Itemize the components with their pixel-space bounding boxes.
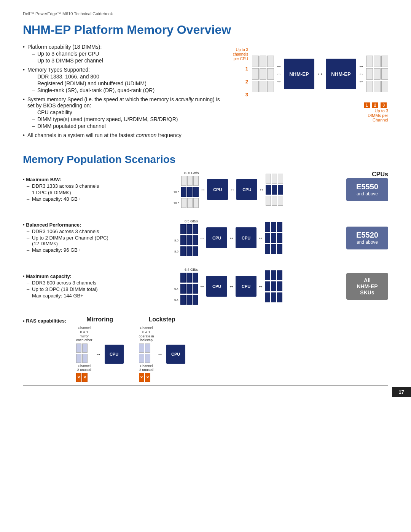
dimm-row-r1-3 <box>266 196 283 206</box>
speed-bot: 10.6 <box>174 201 180 205</box>
mirror-row-3: ✕ ✕ <box>76 373 92 382</box>
dimm-filled <box>193 224 198 234</box>
arrow-icon: ↔ <box>358 78 364 85</box>
dimm-slot <box>374 56 381 67</box>
left-group-1: 10.6 GB/s 10.6 10 <box>174 171 199 208</box>
dimm-row-3 <box>252 81 274 92</box>
rs-f <box>76 354 81 363</box>
dimm-row-s2-3: 8.5 <box>174 246 198 256</box>
arrow-icon: ↔ <box>276 71 282 77</box>
sub-cap-1: DDR3 800 across 3 channels <box>27 280 110 286</box>
scenario-max-cap: • Maximum capacity: DDR3 800 across 3 ch… <box>23 268 388 305</box>
dimm-slot <box>381 68 388 80</box>
rs-f <box>82 354 88 363</box>
dimm-row-r3-3 <box>265 292 282 302</box>
bullet-memory-types: Memory Types Supported: DDR 1333, 1066, … <box>23 67 221 93</box>
dimm-filled <box>271 281 276 291</box>
sub-bw-3: Max capacity: 48 GB+ <box>27 196 110 202</box>
bullet-platform-text: Platform capability (18 DIMMs): <box>27 44 102 50</box>
dimm-filled <box>265 292 270 302</box>
dimm-row-s1-2: 10.6 <box>174 187 199 197</box>
ch-1: 1 <box>245 63 248 74</box>
cpu-sub-1: and above <box>357 191 378 197</box>
dimm-filled <box>180 246 186 256</box>
dimm-filled <box>186 273 192 283</box>
sub-cap-3: Max capacity: 144 GB+ <box>27 293 110 299</box>
lockstep-ch2-label: Channel2 unused <box>139 364 154 372</box>
bullet-common-freq: All channels in a system will run at the… <box>23 132 221 138</box>
arrow-mid-2: ↔ <box>229 235 234 241</box>
dimm-num-row: 1 2 3 <box>233 102 388 108</box>
sub-bal-2: Up to 2 DIMMs per Channel (DPC) (12 DIMM… <box>27 235 110 246</box>
lockstep-row-1 <box>139 343 154 353</box>
cpu-small-left-2: CPU <box>206 227 227 248</box>
arrow-icon: ↔ <box>276 63 282 69</box>
bullet-speed: System memory Speed (i.e. the speed at w… <box>23 96 221 129</box>
dimm-filled <box>187 187 193 197</box>
dimm-s <box>193 176 199 186</box>
dimm-filled <box>266 185 271 195</box>
mirroring-title: Mirroring <box>86 316 113 323</box>
dimm-row-r2-3 <box>265 244 282 254</box>
sub-rdimm: Registered (RDIMM) and unbuffered (UDIMM… <box>32 80 221 86</box>
dimm-filled <box>277 233 282 243</box>
dimm-filled <box>271 292 276 302</box>
dimm-row-r3-2 <box>265 281 282 291</box>
cpu-small-right-1: CPU <box>236 179 257 200</box>
dimm-row-r3 <box>366 81 388 92</box>
dimm-filled <box>277 244 282 254</box>
page-number-block: 17 <box>392 387 411 397</box>
cpu-model-3: AllNHM-EPSKUs <box>357 277 378 296</box>
cpu-all-nhm-box: AllNHM-EPSKUs <box>346 273 388 300</box>
arrow-left-2: ↔ <box>199 235 205 241</box>
ras-diagrams: Mirroring Channel0 & 1mirroreach other <box>76 316 388 382</box>
dimm-filled <box>193 273 198 283</box>
dimm-filled <box>193 187 199 197</box>
lockstep-ch01-label: Channel0 & 1operate inlockstep <box>139 326 154 342</box>
dimm-filled <box>278 185 283 195</box>
dimm-filled <box>277 292 282 302</box>
arrow-icon: ↔ <box>358 63 364 69</box>
scenario-desc-3: • Maximum capacity: DDR3 800 across 3 ch… <box>23 273 110 299</box>
dimm-filled <box>180 235 186 245</box>
sub-bal-1: DDR3 1066 across 3 channels <box>27 228 110 234</box>
dimm-row-s1-1 <box>181 176 199 186</box>
speed-top-3: 6.4 GB/s <box>185 268 198 272</box>
right-group-1 <box>266 174 283 206</box>
scenario-balanced: • Balanced Performance: DDR3 1066 across… <box>23 219 388 256</box>
bullet-platform: Platform capability (18 DIMMs): Up to 3 … <box>23 44 221 64</box>
ls-f <box>139 343 144 353</box>
scenario-diagram-2: 8.5 GB/s 8.5 8.5 <box>118 219 339 256</box>
dimm-s <box>181 176 186 186</box>
page-header: Dell™ PowerEdge™ M610 Technical Guideboo… <box>23 11 388 16</box>
right-dimm-col <box>366 56 388 92</box>
cpu-small-right-2: CPU <box>236 227 256 248</box>
dimm-row-s1-3: 10.6 <box>174 198 199 208</box>
dimm-filled <box>265 233 270 243</box>
dimm-s <box>278 196 283 206</box>
double-arrow: ↔ <box>317 70 323 78</box>
dimm-slot <box>260 81 266 92</box>
sub-bw-2: 1 DPC (6 DIMMs) <box>27 190 110 195</box>
sub-bal-3: Max capacity: 96 GB+ <box>27 247 110 253</box>
dimm-123: 1 2 3 <box>364 102 387 108</box>
arrow-right-2: ↔ <box>258 235 263 241</box>
cpu-small-right-3: CPU <box>236 276 256 297</box>
ls-f <box>139 354 144 363</box>
left-group-3: 6.4 GB/s 6.4 6.4 <box>174 268 198 305</box>
dimm-filled <box>193 284 198 294</box>
speed-mid-3: 6.4 <box>174 287 178 291</box>
dimm-filled <box>272 185 277 195</box>
ch-3: 3 <box>245 89 248 100</box>
ls-f <box>145 354 150 363</box>
dimm-filled <box>193 295 198 305</box>
dimm-slot <box>381 56 388 67</box>
speed-bot-2: 8.5 <box>174 250 178 253</box>
dimm-filled <box>277 270 282 280</box>
nhm-bullets: Platform capability (18 DIMMs): Up to 3 … <box>23 44 221 138</box>
dimm-row-s2-2: 8.5 <box>174 235 198 245</box>
dimm-filled <box>277 281 282 291</box>
cpu-small-left-1: CPU <box>207 179 228 200</box>
dimm-filled <box>186 224 192 234</box>
cpu-box-right: NHM-EP <box>326 59 356 89</box>
